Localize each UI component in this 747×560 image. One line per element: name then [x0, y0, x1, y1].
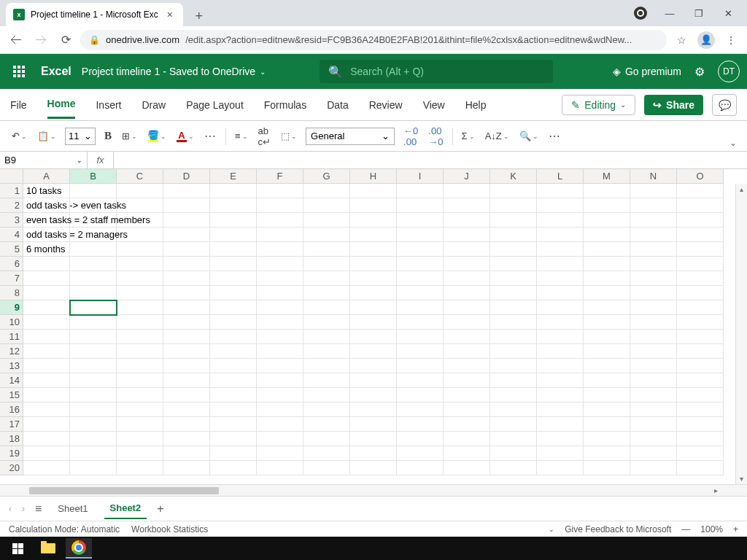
cell-M12[interactable]	[584, 344, 630, 359]
vertical-scrollbar[interactable]: ▴▾	[735, 184, 747, 484]
cell-N19[interactable]	[630, 446, 677, 461]
cell-H5[interactable]	[350, 242, 397, 257]
cell-J12[interactable]	[444, 344, 490, 359]
sheet-tab-sheet2[interactable]: Sheet2	[104, 498, 147, 519]
cell-B9[interactable]	[70, 300, 117, 315]
cell-C1[interactable]	[117, 184, 163, 198]
cell-A13[interactable]	[23, 359, 70, 373]
cell-M8[interactable]	[584, 286, 630, 300]
cell-G1[interactable]	[303, 184, 350, 198]
cell-L3[interactable]	[537, 213, 584, 228]
cell-G17[interactable]	[303, 417, 350, 432]
row-header-5[interactable]: 5	[0, 242, 23, 257]
cell-J18[interactable]	[444, 432, 490, 446]
cell-F1[interactable]	[257, 184, 303, 198]
cell-B16[interactable]	[70, 402, 117, 417]
cell-E10[interactable]	[210, 315, 257, 330]
col-header-E[interactable]: E	[210, 169, 257, 184]
cell-A4[interactable]: odd tasks = 2 managers	[23, 228, 70, 242]
cell-H14[interactable]	[350, 373, 397, 388]
col-header-O[interactable]: O	[677, 169, 724, 184]
cell-J9[interactable]	[444, 300, 490, 315]
ribbon-collapse-button[interactable]: ⌄	[729, 121, 737, 151]
tab-file[interactable]: File	[10, 92, 27, 118]
cell-H6[interactable]	[350, 257, 397, 271]
cell-G16[interactable]	[303, 402, 350, 417]
cell-I13[interactable]	[397, 359, 444, 373]
cell-A8[interactable]	[23, 286, 70, 300]
cell-O19[interactable]	[677, 446, 724, 461]
cell-K12[interactable]	[490, 344, 537, 359]
font-size-input[interactable]: 11⌄	[65, 128, 96, 145]
cell-B10[interactable]	[70, 315, 117, 330]
cell-M3[interactable]	[584, 213, 630, 228]
scrollbar-thumb[interactable]	[29, 487, 219, 494]
cell-I2[interactable]	[397, 198, 444, 213]
new-tab-button[interactable]: +	[189, 6, 209, 26]
col-header-H[interactable]: H	[350, 169, 397, 184]
cell-E4[interactable]	[210, 228, 257, 242]
cell-J20[interactable]	[444, 461, 490, 475]
row-header-20[interactable]: 20	[0, 461, 23, 475]
cell-B14[interactable]	[70, 373, 117, 388]
chrome-taskbar-button[interactable]	[66, 538, 92, 559]
cell-K2[interactable]	[490, 198, 537, 213]
cell-L4[interactable]	[537, 228, 584, 242]
cell-G2[interactable]	[303, 198, 350, 213]
cell-F19[interactable]	[257, 446, 303, 461]
cell-J15[interactable]	[444, 388, 490, 402]
cell-H20[interactable]	[350, 461, 397, 475]
extension-icon[interactable]	[630, 3, 651, 23]
cell-J8[interactable]	[444, 286, 490, 300]
cell-D6[interactable]	[163, 257, 210, 271]
cell-A3[interactable]: even tasks = 2 staff members	[23, 213, 70, 228]
cell-B20[interactable]	[70, 461, 117, 475]
row-header-15[interactable]: 15	[0, 388, 23, 402]
status-menu[interactable]: ⌄	[549, 526, 554, 533]
cell-O12[interactable]	[677, 344, 724, 359]
cell-M19[interactable]	[584, 446, 630, 461]
cell-I14[interactable]	[397, 373, 444, 388]
cell-M9[interactable]	[584, 300, 630, 315]
row-header-9[interactable]: 9	[0, 300, 23, 315]
cell-K6[interactable]	[490, 257, 537, 271]
cell-H4[interactable]	[350, 228, 397, 242]
cell-L7[interactable]	[537, 271, 584, 286]
cell-N3[interactable]	[630, 213, 677, 228]
col-header-A[interactable]: A	[23, 169, 70, 184]
cell-A18[interactable]	[23, 432, 70, 446]
cell-M11[interactable]	[584, 330, 630, 344]
cell-N20[interactable]	[630, 461, 677, 475]
cell-D20[interactable]	[163, 461, 210, 475]
cell-L14[interactable]	[537, 373, 584, 388]
cell-J16[interactable]	[444, 402, 490, 417]
browser-tab[interactable]: x Project timeline 1 - Microsoft Exc ×	[6, 3, 183, 26]
cell-F13[interactable]	[257, 359, 303, 373]
sheet-prev-button[interactable]: ‹	[9, 504, 12, 514]
cell-H19[interactable]	[350, 446, 397, 461]
cell-J13[interactable]	[444, 359, 490, 373]
cell-J7[interactable]	[444, 271, 490, 286]
cell-I4[interactable]	[397, 228, 444, 242]
row-header-2[interactable]: 2	[0, 198, 23, 213]
cell-M7[interactable]	[584, 271, 630, 286]
row-header-14[interactable]: 14	[0, 373, 23, 388]
editing-mode-button[interactable]: ✎ Editing ⌄	[562, 95, 635, 115]
cell-E8[interactable]	[210, 286, 257, 300]
cell-N9[interactable]	[630, 300, 677, 315]
cell-D15[interactable]	[163, 388, 210, 402]
cell-E18[interactable]	[210, 432, 257, 446]
cell-A10[interactable]	[23, 315, 70, 330]
cell-K13[interactable]	[490, 359, 537, 373]
horizontal-scrollbar[interactable]: ▸	[0, 484, 747, 496]
app-launcher-button[interactable]	[7, 60, 31, 83]
more-commands-button[interactable]: ⋯	[547, 127, 562, 146]
cell-A12[interactable]	[23, 344, 70, 359]
cell-A7[interactable]	[23, 271, 70, 286]
cell-J1[interactable]	[444, 184, 490, 198]
cell-B18[interactable]	[70, 432, 117, 446]
cell-C11[interactable]	[117, 330, 163, 344]
cell-A15[interactable]	[23, 388, 70, 402]
cell-E16[interactable]	[210, 402, 257, 417]
cell-N14[interactable]	[630, 373, 677, 388]
